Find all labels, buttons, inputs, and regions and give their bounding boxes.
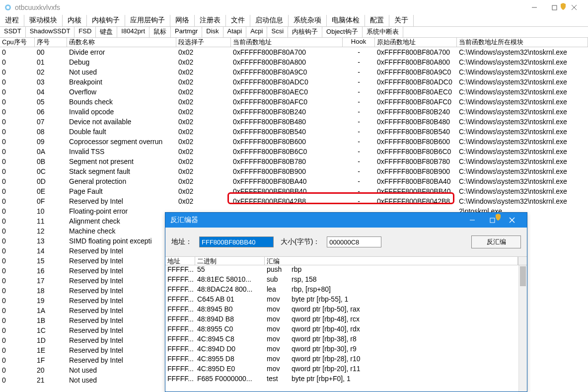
- col-header-3[interactable]: 段选择子: [176, 38, 231, 47]
- sub-tab-3[interactable]: 键盘: [96, 27, 117, 37]
- table-row[interactable]: 00EPage Fault0x020xFFFFF800BF80BB40-0xFF…: [0, 186, 588, 196]
- asm-row[interactable]: FFFFF...48:8945 B0movqword ptr [rbp-50],…: [165, 305, 527, 315]
- top-tab-9[interactable]: 系统杂项: [289, 15, 327, 26]
- cell: 05: [35, 97, 67, 107]
- top-tab-2[interactable]: 内核: [63, 15, 87, 26]
- col-header-5[interactable]: Hook: [343, 38, 375, 47]
- col-header-4[interactable]: 当前函数地址: [231, 38, 343, 47]
- dialog-titlebar[interactable]: 反汇编器: [165, 213, 527, 228]
- asm-op: lea: [265, 285, 290, 295]
- cell: 0xFFFFF800BF80B240: [375, 107, 457, 117]
- col-header-0[interactable]: Cpu序号: [0, 38, 35, 47]
- column-headers: Cpu序号序号函数名称段选择子当前函数地址Hook原始函数地址当前函数地址所在模…: [0, 38, 588, 47]
- top-tab-5[interactable]: 网络: [170, 15, 195, 26]
- table-row[interactable]: 006Invalid opcode0x020xFFFFF800BF80B240-…: [0, 107, 588, 117]
- top-tab-11[interactable]: 配置: [365, 15, 389, 26]
- asm-op: mov: [265, 365, 290, 375]
- sub-tab-4[interactable]: I8042prt: [117, 27, 149, 37]
- asm-row[interactable]: FFFFF...55pushrbp: [165, 265, 527, 275]
- cell: 0: [0, 186, 35, 196]
- sub-tab-9[interactable]: Acpi: [246, 27, 267, 37]
- asm-bin: 4C:894D D0: [195, 345, 265, 355]
- scroll-thumb[interactable]: [520, 266, 526, 286]
- top-tab-10[interactable]: 电脑体检: [327, 15, 365, 26]
- addr-input[interactable]: [199, 236, 274, 247]
- top-tab-1[interactable]: 驱动模块: [24, 15, 63, 26]
- table-row[interactable]: 00DGeneral protection0x020xFFFFF800BF80B…: [0, 176, 588, 186]
- table-row[interactable]: 00CStack segment fault0x020xFFFFF800BF80…: [0, 166, 588, 176]
- close-button[interactable]: [564, 0, 584, 15]
- asm-row[interactable]: FFFFF...48:81EC 58010...subrsp, 158: [165, 275, 527, 285]
- sub-tab-10[interactable]: Scsi: [267, 27, 288, 37]
- asm-row[interactable]: FFFFF...48:8955 C0movqword ptr [rbp-40],…: [165, 325, 527, 335]
- cell: C:\Windows\system32\ntoskrnl.exe: [457, 47, 588, 57]
- table-row[interactable]: 00FReserved by Intel0x020xFFFFF800BF8042…: [0, 196, 588, 206]
- cell: 0x02: [176, 196, 231, 206]
- asm-row[interactable]: FFFFF...4C:894D D0movqword ptr [rbp-30],…: [165, 345, 527, 355]
- asm-arg: byte ptr [rbp+F0], 1: [290, 375, 527, 385]
- asm-row[interactable]: FFFFF...48:894D B8movqword ptr [rbp-48],…: [165, 315, 527, 325]
- sub-tab-12[interactable]: Object钩子: [322, 27, 363, 37]
- asm-addr: FFFFF...: [165, 265, 195, 275]
- col-addr[interactable]: 地址: [165, 257, 195, 265]
- minimize-button[interactable]: [524, 0, 544, 15]
- sub-tab-11[interactable]: 内核钩子: [288, 27, 322, 37]
- sub-tab-0[interactable]: SSDT: [0, 27, 26, 37]
- cell: 0xFFFFF800BF80B540: [231, 127, 343, 137]
- cell: Debug: [67, 57, 176, 67]
- table-row[interactable]: 002Not used0x020xFFFFF800BF80A9C0-0xFFFF…: [0, 67, 588, 77]
- col-header-7[interactable]: 当前函数地址所在模块: [457, 38, 588, 47]
- cell: 1E: [35, 345, 67, 355]
- sub-tab-2[interactable]: FSD: [74, 27, 96, 37]
- table-row[interactable]: 007Device not available0x020xFFFFF800BF8…: [0, 117, 588, 127]
- asm-bin: 4C:8945 C8: [195, 335, 265, 345]
- top-tab-6[interactable]: 注册表: [195, 15, 226, 26]
- size-input[interactable]: [327, 236, 381, 247]
- top-tab-4[interactable]: 应用层钩子: [125, 15, 170, 26]
- table-row[interactable]: 005Bounds check0x020xFFFFF800BF80AFC0-0x…: [0, 97, 588, 107]
- asm-arg: qword ptr [rbp-28], r10: [290, 355, 527, 365]
- asm-row[interactable]: FFFFF...F685 F0000000...testbyte ptr [rb…: [165, 375, 527, 385]
- table-row[interactable]: 001Debug0x020xFFFFF800BF80A800-0xFFFFF80…: [0, 57, 588, 67]
- dialog-scrollbar[interactable]: [518, 265, 527, 392]
- table-row[interactable]: 004Overflow0x020xFFFFF800BF80AEC0-0xFFFF…: [0, 87, 588, 97]
- col-header-2[interactable]: 函数名称: [67, 38, 176, 47]
- asm-row[interactable]: FFFFF...4C:8945 C8movqword ptr [rbp-38],…: [165, 335, 527, 345]
- col-header-1[interactable]: 序号: [35, 38, 67, 47]
- cell: 06: [35, 107, 67, 117]
- sub-tab-6[interactable]: Partmgr: [171, 27, 202, 37]
- cell: 0: [0, 166, 35, 176]
- col-asm[interactable]: 汇编: [265, 257, 518, 265]
- cell: Reserved by Intel: [67, 286, 176, 296]
- table-row[interactable]: 008Double fault0x020xFFFFF800BF80B540-0x…: [0, 127, 588, 137]
- col-bin[interactable]: 二进制: [195, 257, 265, 265]
- cell: 16: [35, 266, 67, 276]
- top-tab-12[interactable]: 关于: [389, 15, 414, 26]
- col-header-6[interactable]: 原始函数地址: [375, 38, 457, 47]
- table-row[interactable]: 00BSegment not present0x020xFFFFF800BF80…: [0, 157, 588, 166]
- table-row[interactable]: 003Breakpoint0x020xFFFFF800BF80ADC0-0xFF…: [0, 77, 588, 87]
- top-tab-7[interactable]: 文件: [226, 15, 250, 26]
- asm-row[interactable]: FFFFF...4C:8955 D8movqword ptr [rbp-28],…: [165, 355, 527, 365]
- dialog-minimize-button[interactable]: [462, 213, 482, 228]
- sub-tab-5[interactable]: 鼠标: [149, 27, 171, 37]
- sub-tab-7[interactable]: Disk: [202, 27, 223, 37]
- asm-arg: rbp: [290, 265, 527, 275]
- table-row[interactable]: 000Divide error0x020xFFFFF800BF80A700-0x…: [0, 47, 588, 57]
- cell: 0x02: [176, 107, 231, 117]
- top-tab-3[interactable]: 内核钩子: [87, 15, 125, 26]
- table-row[interactable]: 009Coprocessor segment overrun0x020xFFFF…: [0, 137, 588, 147]
- sub-tab-13[interactable]: 系统中断表: [363, 27, 403, 37]
- table-row[interactable]: 00AInvalid TSS0x020xFFFFF800BF80B6C0-0xF…: [0, 147, 588, 157]
- asm-row[interactable]: FFFFF...C645 AB 01movbyte ptr [rbp-55], …: [165, 295, 527, 305]
- dialog-close-button[interactable]: [502, 213, 522, 228]
- cell: 21: [35, 375, 67, 385]
- sub-tab-8[interactable]: Atapi: [223, 27, 247, 37]
- cell: -: [343, 127, 375, 137]
- disassemble-button[interactable]: 反汇编: [471, 235, 521, 248]
- asm-row[interactable]: FFFFF...48:8DAC24 800...learbp, [rsp+80]: [165, 285, 527, 295]
- sub-tab-1[interactable]: ShadowSSDT: [26, 27, 75, 37]
- asm-row[interactable]: FFFFF...4C:895D E0movqword ptr [rbp-20],…: [165, 365, 527, 375]
- top-tab-0[interactable]: 进程: [0, 15, 24, 26]
- top-tab-8[interactable]: 启动信息: [250, 15, 289, 26]
